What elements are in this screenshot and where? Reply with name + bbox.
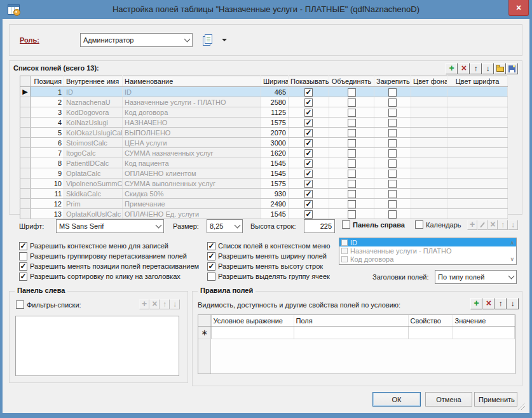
merge-checkbox[interactable] (348, 170, 356, 178)
cell-font-color[interactable] (447, 107, 508, 118)
pin-checkbox[interactable] (388, 139, 397, 147)
cell-internal-name[interactable]: KolNazUslugi (64, 118, 123, 128)
cell-font-color[interactable] (447, 189, 508, 199)
move-down-button[interactable] (482, 63, 494, 74)
cell-position[interactable]: 2 (31, 97, 64, 107)
cell-font-color[interactable] (447, 168, 508, 179)
cell-merge[interactable] (329, 189, 374, 199)
cell-pin[interactable] (374, 199, 411, 209)
cell-merge[interactable] (329, 97, 374, 107)
cell-merge[interactable] (329, 209, 374, 219)
cell-caption[interactable]: Код пациента (123, 158, 261, 168)
field-headers-select[interactable]: По типу полей (435, 270, 517, 284)
show-checkbox[interactable]: ✓ (304, 210, 313, 219)
cell-merge[interactable] (329, 138, 374, 148)
show-checkbox[interactable]: ✓ (304, 109, 313, 117)
cell-bg-color[interactable] (411, 179, 447, 189)
move-up-button[interactable] (494, 298, 507, 309)
cell-width[interactable]: 1125 (261, 107, 289, 118)
cell-bg-color[interactable] (411, 87, 447, 97)
cell-caption[interactable]: ОПЛАЧЕНО Ед. услуги (123, 209, 261, 219)
option-row[interactable]: ✓Разрешить менять высоту строк (207, 261, 331, 271)
cell-position[interactable]: 7 (31, 148, 64, 158)
table-row[interactable]: 5KolOkazUslugiCalcВЫПОЛНЕНО2070✓ (20, 128, 508, 138)
merge-checkbox[interactable] (348, 129, 356, 137)
cell-show[interactable]: ✓ (289, 87, 329, 97)
cell-width[interactable]: 465 (261, 87, 289, 97)
option-row[interactable]: ✓Разрешить менять позиции полей перетаск… (19, 261, 199, 271)
merge-checkbox[interactable] (348, 180, 356, 188)
role-select[interactable]: Администратор (80, 33, 193, 47)
cell-caption[interactable]: Скидка 50% (123, 189, 261, 199)
list-item[interactable]: Назначенные услуги - ПЛАТНО (339, 246, 516, 255)
cell-bg-color[interactable] (411, 148, 447, 158)
show-checkbox[interactable]: ✓ (304, 170, 313, 178)
table-row[interactable]: 6StoimostCalcЦЕНА услуги3000✓ (20, 138, 508, 148)
cell-pin[interactable] (374, 179, 411, 189)
cell-width[interactable]: 1575 (261, 179, 289, 189)
table-row[interactable]: 9OplataCalcОПЛАЧЕНО клиентом1545✓ (20, 168, 508, 179)
cell-position[interactable]: 13 (31, 209, 64, 219)
role-label[interactable]: Роль: (20, 36, 39, 44)
option-checkbox[interactable]: ✓ (207, 262, 215, 271)
cell-pin[interactable] (374, 168, 411, 179)
option-checkbox[interactable]: ✓ (207, 252, 215, 260)
cell-width[interactable]: 2580 (261, 97, 289, 107)
scroll-up-icon[interactable]: ∧ (510, 240, 514, 246)
merge-checkbox[interactable] (348, 98, 356, 107)
column-header[interactable]: Показывать (289, 76, 329, 87)
cell-caption[interactable]: Назначенные услуги - ПЛАТНО (123, 97, 261, 107)
merge-checkbox[interactable] (348, 200, 356, 208)
show-checkbox[interactable]: ✓ (304, 129, 313, 137)
list-item[interactable]: ID (339, 238, 516, 246)
cell-width[interactable]: 1545 (261, 158, 289, 168)
merge-checkbox[interactable] (348, 119, 356, 127)
cell-position[interactable]: 5 (31, 128, 64, 138)
cell-show[interactable]: ✓ (289, 138, 329, 148)
cell-font-color[interactable] (447, 87, 508, 97)
option-checkbox[interactable] (207, 273, 215, 281)
merge-checkbox[interactable] (348, 190, 356, 198)
panel-right-checkbox[interactable] (342, 220, 350, 229)
rules-cell-condition[interactable] (211, 327, 294, 339)
cell-bg-color[interactable] (411, 209, 447, 219)
pin-checkbox[interactable] (388, 180, 397, 188)
cell-bg-color[interactable] (411, 138, 447, 148)
cancel-button[interactable]: Отмена (425, 392, 472, 407)
cell-merge[interactable] (329, 199, 374, 209)
add-button[interactable] (470, 298, 482, 309)
cell-merge[interactable] (329, 118, 374, 128)
cell-position[interactable]: 4 (31, 118, 64, 128)
cell-show[interactable]: ✓ (289, 118, 329, 128)
cell-pin[interactable] (374, 128, 411, 138)
cell-position[interactable]: 3 (31, 107, 64, 118)
cell-bg-color[interactable] (411, 128, 447, 138)
table-row[interactable]: 8PatientIDCalcКод пациента1545✓ (20, 158, 508, 168)
merge-checkbox[interactable] (348, 109, 356, 117)
cell-font-color[interactable] (447, 118, 508, 128)
cell-show[interactable]: ✓ (289, 168, 329, 179)
option-checkbox[interactable]: ✓ (19, 242, 27, 250)
column-header[interactable]: Закрепить (374, 76, 411, 87)
cell-position[interactable]: 12 (31, 199, 64, 209)
option-checkbox[interactable]: ✓ (19, 273, 27, 281)
table-row[interactable]: 13OplataKolUslCalcОПЛАЧЕНО Ед. услуги154… (20, 209, 508, 219)
show-checkbox[interactable]: ✓ (304, 159, 313, 168)
show-checkbox[interactable]: ✓ (304, 98, 313, 107)
cell-width[interactable]: 2070 (261, 128, 289, 138)
cell-pin[interactable] (374, 118, 411, 128)
pin-checkbox[interactable] (388, 200, 397, 208)
titlebar[interactable]: Настройка полей таблицы "Назначенные усл… (0, 0, 532, 19)
cell-internal-name[interactable]: ItogoCalc (64, 148, 123, 158)
rules-cell-fields[interactable] (294, 327, 408, 339)
column-header[interactable]: Объединять (329, 76, 374, 87)
chevron-down-icon[interactable] (153, 220, 163, 233)
cell-merge[interactable] (329, 168, 374, 179)
cell-show[interactable]: ✓ (289, 189, 329, 199)
show-checkbox[interactable]: ✓ (304, 200, 313, 208)
cell-internal-name[interactable]: StoimostCalc (64, 138, 123, 148)
option-row[interactable]: Разрешить выделять группу ячеек (207, 271, 331, 281)
cell-caption[interactable]: НАЗНАЧЕНО (123, 118, 261, 128)
cell-position[interactable]: 9 (31, 168, 64, 179)
filters-option[interactable]: Фильтры-списки: (16, 300, 81, 309)
